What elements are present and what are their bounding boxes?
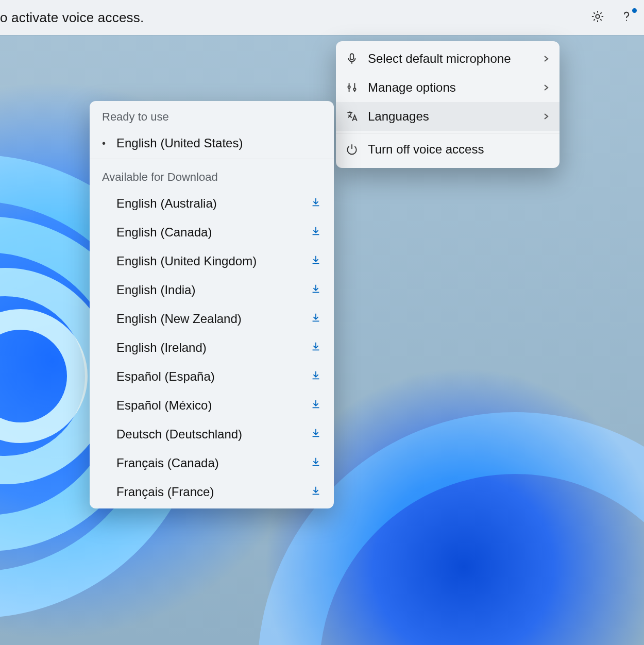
language-label: English (Canada) [116,225,310,240]
download-icon[interactable] [310,196,321,211]
chevron-right-icon [542,80,550,95]
language-item[interactable]: English (India) [90,276,334,304]
divider [90,159,334,159]
power-icon [345,143,368,156]
language-item[interactable]: English (Ireland) [90,333,334,362]
language-label: Deutsch (Deutschland) [116,427,310,442]
language-label: English (United Kingdom) [116,254,310,268]
settings-flyout: Select default microphone Manage options… [336,41,560,168]
download-icon[interactable] [310,312,321,326]
download-icon[interactable] [310,427,321,442]
language-label: English (India) [116,283,310,297]
help-icon [619,9,634,24]
download-icon[interactable] [310,341,321,355]
menu-item-languages[interactable]: Languages [336,102,560,131]
language-label: Français (France) [116,485,310,499]
menu-item-manage-options[interactable]: Manage options [336,73,560,102]
topbar-actions [590,9,634,26]
language-label: English (United States) [116,136,321,150]
tools-icon [345,81,368,94]
menu-item-select-microphone[interactable]: Select default microphone [336,44,560,73]
voice-access-hint: o activate voice access. [0,10,144,26]
translate-icon [345,110,368,123]
svg-point-0 [596,14,599,18]
download-icon[interactable] [310,456,321,470]
language-item[interactable]: English (Australia) [90,189,334,218]
language-label: Français (Canada) [116,456,310,470]
language-item[interactable]: English (New Zealand) [90,304,334,333]
download-icon[interactable] [310,369,321,384]
chevron-right-icon [542,109,550,124]
download-icon[interactable] [310,254,321,268]
language-item-active[interactable]: • English (United States) [90,129,334,158]
download-icon[interactable] [310,283,321,297]
menu-item-label: Languages [368,109,542,124]
language-label: Español (México) [116,398,310,413]
chevron-right-icon [542,52,550,66]
language-item[interactable]: Français (France) [90,478,334,506]
gear-icon [590,9,605,24]
language-item[interactable]: Deutsch (Deutschland) [90,420,334,449]
svg-rect-2 [350,54,354,60]
language-item[interactable]: Español (México) [90,391,334,420]
language-item[interactable]: English (Canada) [90,218,334,247]
download-icon[interactable] [310,485,321,499]
languages-flyout: Ready to use • English (United States) A… [90,101,334,508]
section-header-ready: Ready to use [90,101,334,129]
download-icon[interactable] [310,225,321,240]
language-item[interactable]: Español (España) [90,362,334,391]
language-label: English (Ireland) [116,341,310,355]
menu-item-label: Turn off voice access [368,142,550,157]
menu-item-label: Select default microphone [368,52,542,66]
language-item[interactable]: English (United Kingdom) [90,247,334,276]
svg-point-1 [626,20,627,21]
language-label: Español (España) [116,369,310,384]
voice-access-bar: o activate voice access. [0,0,644,35]
help-button[interactable] [619,9,634,26]
menu-item-label: Manage options [368,80,542,95]
settings-button[interactable] [590,9,605,26]
microphone-icon [345,52,368,65]
notification-dot-icon [632,8,637,13]
section-header-download: Available for Download [90,161,334,189]
download-icon[interactable] [310,398,321,413]
language-label: English (New Zealand) [116,312,310,326]
language-item[interactable]: Français (Canada) [90,449,334,478]
menu-item-turn-off[interactable]: Turn off voice access [336,133,560,165]
active-indicator-icon: • [102,138,116,149]
language-label: English (Australia) [116,196,310,211]
